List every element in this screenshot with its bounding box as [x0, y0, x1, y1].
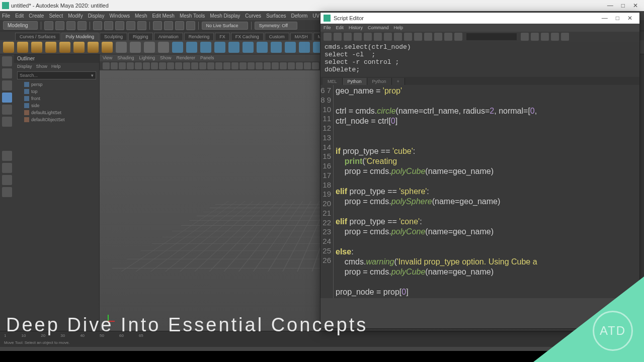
- menu-deform[interactable]: Deform: [291, 13, 308, 19]
- toolbar-icon[interactable]: [153, 21, 162, 30]
- menu-display[interactable]: Display: [88, 13, 105, 19]
- se-tool[interactable]: [404, 33, 412, 41]
- shelf-icon[interactable]: [116, 42, 127, 53]
- menu-edit-mesh[interactable]: Edit Mesh: [152, 13, 174, 19]
- shelf-tab[interactable]: Custom: [265, 33, 289, 40]
- shelf-icon[interactable]: [130, 42, 141, 53]
- se-tool[interactable]: [531, 33, 539, 41]
- viewport-menu-item[interactable]: Show: [160, 55, 172, 60]
- viewport-tool[interactable]: [151, 62, 158, 69]
- viewport-menu-item[interactable]: Renderer: [176, 55, 195, 60]
- viewport-menu-item[interactable]: Panels: [200, 55, 214, 60]
- toolbar-icon[interactable]: [44, 21, 53, 30]
- menu-create[interactable]: Create: [29, 13, 44, 19]
- script-tab[interactable]: Python: [367, 78, 392, 85]
- shelf-icon[interactable]: [59, 42, 70, 53]
- toolbar-icon[interactable]: [55, 21, 64, 30]
- viewport-tool[interactable]: [207, 62, 214, 69]
- shelf-icon[interactable]: [200, 42, 211, 53]
- viewport-tool[interactable]: [167, 62, 174, 69]
- se-tool[interactable]: [354, 33, 362, 41]
- menu-mesh[interactable]: Mesh: [135, 13, 147, 19]
- select-tool[interactable]: [2, 56, 12, 66]
- shelf-tab[interactable]: Rigging: [128, 33, 153, 40]
- shelf-icon[interactable]: [172, 42, 183, 53]
- outliner-menu-item[interactable]: Show: [36, 64, 48, 69]
- shelf-tab[interactable]: Poly Modeling: [61, 33, 99, 40]
- viewport-tool[interactable]: [264, 62, 271, 69]
- se-tool[interactable]: [334, 33, 342, 41]
- se-tool[interactable]: [454, 33, 462, 41]
- outliner-menu-item[interactable]: Display: [17, 64, 32, 69]
- viewport-tool[interactable]: [199, 62, 206, 69]
- se-tool[interactable]: [414, 33, 422, 41]
- shelf-tab[interactable]: Rendering: [184, 33, 214, 40]
- menu-mesh-display[interactable]: Mesh Display: [210, 13, 240, 19]
- script-editor-code[interactable]: 6 7 8 9 10 11 12 13 14 15 16 17 18 19 20…: [320, 85, 639, 298]
- shelf-icon[interactable]: [31, 42, 42, 53]
- viewport-tool[interactable]: [183, 62, 190, 69]
- viewport-tool[interactable]: [239, 62, 247, 69]
- se-menu-item[interactable]: File: [324, 25, 331, 30]
- se-tool[interactable]: [561, 33, 569, 41]
- menu-modify[interactable]: Modify: [68, 13, 83, 19]
- shelf-tab[interactable]: Sculpting: [100, 33, 127, 40]
- outliner-menu-item[interactable]: Help: [51, 64, 61, 69]
- code-body[interactable]: geo_name = 'prop' ctrl = cmds.circle(nam…: [334, 85, 639, 298]
- viewport-tool[interactable]: [296, 62, 303, 69]
- shelf-icon[interactable]: [257, 42, 268, 53]
- toolbar-icon[interactable]: [175, 21, 184, 30]
- workspace-mode-dropdown[interactable]: Modeling: [3, 21, 38, 30]
- paint-tool[interactable]: [2, 80, 12, 90]
- shelf-icon[interactable]: [186, 42, 197, 53]
- scale-tool[interactable]: [2, 117, 12, 127]
- toolbar-icon[interactable]: [126, 21, 135, 30]
- viewport-tool[interactable]: [215, 62, 222, 69]
- se-tool[interactable]: [444, 33, 452, 41]
- viewport-menu-item[interactable]: Lighting: [139, 55, 155, 60]
- close-button[interactable]: ✕: [627, 15, 632, 22]
- outliner-item[interactable]: defaultObjectSet: [14, 116, 99, 123]
- toolbar-icon[interactable]: [115, 21, 124, 30]
- script-tab[interactable]: +: [392, 78, 405, 85]
- toolbar-icon[interactable]: [164, 21, 173, 30]
- viewport-tool[interactable]: [119, 62, 126, 69]
- viewport-tool[interactable]: [280, 62, 287, 69]
- se-tool[interactable]: [434, 33, 442, 41]
- layout-tool[interactable]: [2, 175, 12, 185]
- viewport-tool[interactable]: [143, 62, 150, 69]
- shelf-icon[interactable]: [88, 42, 99, 53]
- viewport-menu-item[interactable]: View: [103, 55, 112, 60]
- maximize-button[interactable]: □: [621, 2, 625, 9]
- viewport-tool[interactable]: [127, 62, 134, 69]
- shelf-icon[interactable]: [299, 42, 310, 53]
- menu-windows[interactable]: Windows: [109, 13, 130, 19]
- se-tool[interactable]: [394, 33, 402, 41]
- se-search[interactable]: [466, 33, 517, 40]
- menu-select[interactable]: Select: [49, 13, 63, 19]
- se-tool[interactable]: [324, 33, 332, 41]
- script-output[interactable]: cmds.select(ctrl_node) select -cl ; sele…: [320, 42, 639, 77]
- layout-tool[interactable]: [2, 163, 12, 173]
- close-button[interactable]: ✕: [633, 2, 638, 9]
- viewport-tool[interactable]: [312, 62, 319, 69]
- outliner-item[interactable]: front: [14, 95, 99, 102]
- minimize-button[interactable]: —: [602, 15, 608, 22]
- layout-tool[interactable]: [2, 151, 12, 161]
- shelf-icon[interactable]: [228, 42, 239, 53]
- shelf-tab[interactable]: Animation: [154, 33, 183, 40]
- shelf-icon[interactable]: [45, 42, 56, 53]
- rotate-tool[interactable]: [2, 105, 12, 115]
- shelf-icon[interactable]: [271, 42, 282, 53]
- viewport-tool[interactable]: [304, 62, 311, 69]
- se-menu-item[interactable]: Command: [368, 25, 389, 30]
- menu-file[interactable]: File: [2, 13, 10, 19]
- viewport-tool[interactable]: [231, 62, 238, 69]
- symmetry-dropdown[interactable]: Symmetry: Off: [255, 22, 297, 30]
- toolbar-icon[interactable]: [186, 21, 195, 30]
- viewport-tool[interactable]: [111, 62, 118, 69]
- shelf-icon[interactable]: [243, 42, 254, 53]
- live-surface-dropdown[interactable]: No Live Surface: [202, 22, 248, 30]
- se-menu-item[interactable]: Edit: [336, 25, 344, 30]
- menu-curves[interactable]: Curves: [245, 13, 261, 19]
